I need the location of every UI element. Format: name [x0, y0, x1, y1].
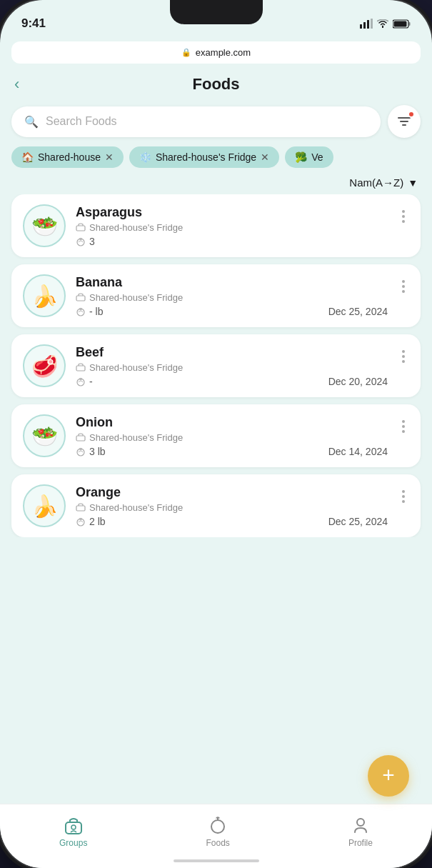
tag-label-2: Ve: [311, 151, 323, 163]
svg-rect-13: [76, 296, 85, 301]
nav-item-groups[interactable]: Groups: [59, 815, 87, 848]
food-qty-text-onion: 3 lb: [89, 446, 106, 457]
food-list: 🥗 Asparagus Shared-house's Fridge: [0, 194, 432, 537]
svg-rect-19: [76, 436, 85, 441]
dot1: [402, 420, 405, 423]
foods-nav-icon: [208, 815, 228, 835]
food-qty-onion: 3 lb: [76, 446, 106, 457]
dot2: [402, 495, 405, 498]
food-meta-orange: 2 lb Dec 25, 2024: [76, 516, 388, 527]
svg-rect-2: [367, 20, 369, 29]
dot2: [402, 355, 405, 358]
lock-icon: 🔒: [181, 48, 191, 57]
sort-label: Nam(A→Z): [349, 176, 403, 189]
food-more-orange[interactable]: [398, 487, 409, 506]
food-date-onion: Dec 14, 2024: [328, 446, 388, 457]
tag-remove-0[interactable]: ✕: [105, 151, 114, 163]
nav-item-foods[interactable]: Foods: [206, 815, 229, 848]
nav-label-profile: Profile: [348, 838, 373, 848]
battery-icon: [393, 19, 411, 29]
tag-fridge-icon: ❄️: [139, 151, 151, 163]
url-bar[interactable]: 🔒 example.com: [11, 41, 421, 64]
food-qty-text-orange: 2 lb: [89, 516, 106, 527]
svg-rect-10: [76, 226, 85, 231]
food-details-asparagus: Asparagus Shared-house's Fridge: [76, 205, 388, 247]
weight-icon: [76, 236, 86, 246]
sort-bar[interactable]: Nam(A→Z) ▼: [0, 171, 432, 194]
svg-point-27: [211, 820, 224, 833]
wifi-icon: [377, 19, 388, 28]
food-qty-text-banana: - lb: [89, 306, 103, 317]
dot1: [402, 490, 405, 493]
tag-vegetable[interactable]: 🥦 Ve: [285, 146, 333, 168]
food-location-asparagus: Shared-house's Fridge: [76, 222, 388, 233]
svg-rect-3: [371, 19, 373, 29]
dot1: [402, 210, 405, 213]
food-details-banana: Banana Shared-house's Fridge: [76, 275, 388, 317]
food-image-onion: 🥗: [23, 414, 66, 457]
filter-button[interactable]: [388, 105, 421, 138]
food-image-beef: 🥩: [23, 344, 66, 387]
food-meta-asparagus: 3: [76, 236, 388, 247]
food-date-banana: Dec 25, 2024: [328, 306, 388, 317]
groups-nav-icon: [64, 815, 84, 835]
food-date-orange: Dec 25, 2024: [328, 516, 388, 527]
svg-rect-25: [66, 822, 81, 834]
search-input-placeholder: Search Foods: [46, 115, 117, 128]
tag-remove-1[interactable]: ✕: [261, 151, 269, 163]
bottom-nav: Groups Foods Profile: [0, 804, 432, 868]
food-item-banana[interactable]: 🍌 Banana Shared-house's Fridge: [11, 264, 421, 327]
food-name-onion: Onion: [76, 415, 388, 430]
tag-house-icon: 🏠: [21, 151, 34, 163]
status-icons: [360, 19, 411, 29]
dot3: [402, 290, 405, 293]
tag-veg-icon: 🥦: [295, 151, 307, 163]
nav-item-profile[interactable]: Profile: [348, 815, 373, 848]
status-bar: 9:41: [0, 0, 432, 39]
svg-rect-0: [360, 24, 362, 29]
food-details-onion: Onion Shared-house's Fridge: [76, 415, 388, 457]
box-icon: [76, 223, 86, 231]
add-icon: +: [382, 764, 395, 786]
search-bar[interactable]: 🔍 Search Foods: [11, 106, 381, 137]
filter-notification-dot: [408, 111, 415, 118]
food-item-beef[interactable]: 🥩 Beef Shared-house's Fridge: [11, 334, 421, 397]
food-qty-beef: -: [76, 376, 93, 387]
add-food-button[interactable]: +: [368, 755, 409, 797]
food-details-orange: Orange Shared-house's Fridge: [76, 485, 388, 527]
food-more-asparagus[interactable]: [398, 207, 409, 226]
food-image-orange: 🍌: [23, 484, 66, 527]
food-location-onion: Shared-house's Fridge: [76, 432, 388, 443]
svg-rect-6: [409, 22, 411, 26]
back-button[interactable]: ‹: [14, 75, 40, 94]
svg-rect-1: [363, 22, 366, 29]
profile-nav-icon: [351, 815, 371, 835]
food-name-orange: Orange: [76, 485, 388, 500]
dot3: [402, 220, 405, 223]
svg-rect-16: [76, 366, 85, 371]
food-more-onion[interactable]: [398, 417, 409, 436]
food-item-orange[interactable]: 🍌 Orange Shared-house's Fridge: [11, 474, 421, 537]
food-image-banana: 🍌: [23, 274, 66, 317]
food-qty-orange: 2 lb: [76, 516, 106, 527]
box-icon: [76, 363, 86, 371]
food-meta-onion: 3 lb Dec 14, 2024: [76, 446, 388, 457]
tags-container: 🏠 Shared-house ✕ ❄️ Shared-house's Fridg…: [0, 144, 432, 171]
food-location-text-banana: Shared-house's Fridge: [89, 292, 183, 303]
food-item-onion[interactable]: 🥗 Onion Shared-house's Fridge: [11, 404, 421, 467]
home-indicator: [174, 859, 259, 862]
svg-point-28: [357, 819, 364, 826]
phone-screen: 9:41: [0, 0, 432, 868]
signal-icon: [360, 19, 373, 29]
food-meta-banana: - lb Dec 25, 2024: [76, 306, 388, 317]
tag-shared-fridge[interactable]: ❄️ Shared-house's Fridge ✕: [129, 146, 279, 168]
dot3: [402, 500, 405, 503]
box-icon: [76, 293, 86, 301]
tag-shared-house[interactable]: 🏠 Shared-house ✕: [11, 146, 124, 168]
header: ‹ Foods: [0, 66, 432, 99]
food-item-asparagus[interactable]: 🥗 Asparagus Shared-house's Fridge: [11, 194, 421, 257]
food-more-banana[interactable]: [398, 277, 409, 296]
dot2: [402, 425, 405, 428]
nav-label-foods: Foods: [206, 838, 229, 848]
food-more-beef[interactable]: [398, 347, 409, 366]
